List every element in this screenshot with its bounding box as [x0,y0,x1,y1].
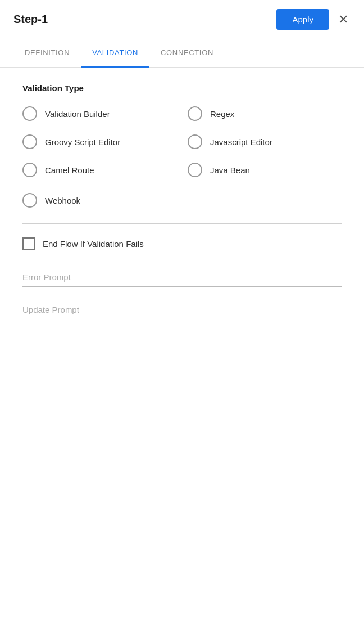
header: Step-1 Apply ✕ [0,0,364,39]
radio-item-javascript-editor[interactable]: Javascript Editor [188,134,342,149]
radio-label-webhook: Webhook [45,196,80,205]
radio-circle-webhook[interactable] [22,193,37,208]
radio-item-camel-route[interactable]: Camel Route [22,163,176,177]
radio-label-groovy-script-editor: Groovy Script Editor [45,137,120,147]
radio-circle-java-bean[interactable] [188,163,202,177]
header-actions: Apply ✕ [276,9,351,30]
checkbox-end-flow-label: End Flow If Validation Fails [43,239,144,249]
radio-label-camel-route: Camel Route [45,165,94,175]
radio-label-regex: Regex [210,109,234,119]
radio-item-validation-builder[interactable]: Validation Builder [22,106,176,121]
radio-label-java-bean: Java Bean [210,165,250,175]
page-title: Step-1 [13,13,48,26]
radio-item-webhook[interactable]: Webhook [22,193,342,208]
radio-label-validation-builder: Validation Builder [45,109,110,119]
apply-button[interactable]: Apply [276,9,329,30]
validation-type-title: Validation Type [22,83,342,93]
radio-item-regex[interactable]: Regex [188,106,342,121]
checkbox-end-flow-row[interactable]: End Flow If Validation Fails [22,237,342,250]
radio-circle-javascript-editor[interactable] [188,134,202,149]
tab-connection[interactable]: CONNECTION [149,39,225,68]
content: Validation Type Validation Builder Regex… [0,68,364,349]
radio-circle-regex[interactable] [188,106,202,121]
radio-circle-validation-builder[interactable] [22,106,37,121]
divider [22,223,342,224]
radio-label-javascript-editor: Javascript Editor [210,137,272,147]
error-prompt-input[interactable] [22,268,342,287]
checkbox-end-flow[interactable] [22,237,35,250]
radio-circle-camel-route[interactable] [22,163,37,177]
tab-validation[interactable]: VALIDATION [81,39,149,68]
radio-circle-groovy-script-editor[interactable] [22,134,37,149]
tabs: DEFINITION VALIDATION CONNECTION [0,39,364,68]
validation-radio-grid: Validation Builder Regex Groovy Script E… [22,106,342,177]
close-button[interactable]: ✕ [336,11,351,28]
update-prompt-input[interactable] [22,300,342,320]
radio-item-groovy-script-editor[interactable]: Groovy Script Editor [22,134,176,149]
radio-item-java-bean[interactable]: Java Bean [188,163,342,177]
tab-definition[interactable]: DEFINITION [13,39,81,68]
